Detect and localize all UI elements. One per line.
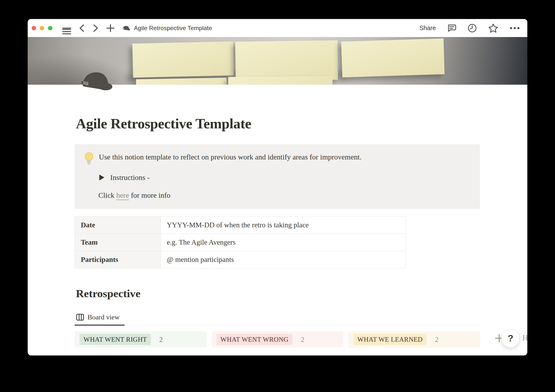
group-badge[interactable]: WHAT WENT RIGHT (80, 334, 151, 345)
share-button[interactable]: Share (419, 24, 436, 32)
table-row: Participants @ mention participants (75, 251, 406, 268)
group-count: 2 (435, 335, 439, 344)
here-link[interactable]: here (116, 191, 129, 199)
page-icon-cap[interactable] (80, 70, 114, 92)
board-view-icon (76, 314, 84, 321)
property-label: Date (75, 216, 161, 234)
nav-forward-button[interactable] (92, 24, 99, 32)
lightbulb-icon (84, 152, 94, 165)
sticky-note (132, 41, 234, 78)
breadcrumb-title: Agile Retrospective Template (134, 25, 212, 32)
table-row: Date YYYY-MM-DD of when the retro is tak… (75, 216, 406, 234)
nav-back-button[interactable] (79, 24, 85, 32)
section-heading: Retrospective (76, 287, 480, 300)
group-badge[interactable]: WHAT WE LEARNED (353, 334, 427, 345)
board-view: WHAT WENT RIGHT 2 WHAT WENT WRONG 2 WHAT… (75, 331, 480, 348)
link-prefix-text: Click (98, 191, 116, 199)
close-window-button[interactable] (32, 26, 36, 30)
property-value[interactable]: YYYY-MM-DD of when the retro is taking p… (161, 216, 406, 234)
more-options-button[interactable] (510, 27, 520, 30)
sticky-note (235, 40, 338, 81)
chevron-right-icon (92, 24, 99, 32)
sticky-note (341, 39, 445, 78)
callout-link-line: Click here for more info (98, 191, 470, 199)
cover-shadow (127, 70, 344, 83)
sidebar-toggle-button[interactable] (62, 26, 71, 30)
help-button[interactable]: ? (501, 329, 520, 348)
page-body: Agile Retrospective Template Use this no… (28, 85, 527, 348)
instructions-toggle[interactable]: Instructions - (99, 173, 470, 182)
notion-window: Agile Retrospective Template Share (28, 19, 527, 355)
star-icon (488, 23, 498, 33)
plus-icon (106, 24, 115, 32)
board-column: WHAT WE LEARNED 2 (348, 331, 480, 348)
property-value[interactable]: @ mention participants (161, 251, 406, 268)
tab-board-view-label: Board view (87, 313, 120, 321)
window-titlebar: Agile Retrospective Template Share (28, 19, 527, 37)
property-value[interactable]: e.g. The Agile Avengers (161, 234, 406, 251)
board-column: WHAT WENT WRONG 2 (212, 331, 343, 348)
callout-text: Use this notion template to reflect on p… (99, 152, 362, 162)
group-badge[interactable]: WHAT WENT WRONG (216, 334, 293, 345)
page-title[interactable]: Agile Retrospective Template (76, 115, 480, 132)
comment-icon (447, 24, 456, 33)
clock-icon (468, 23, 477, 33)
view-tabs: Board view (75, 312, 480, 325)
tab-board-view[interactable]: Board view (75, 312, 125, 326)
desktop-background: Agile Retrospective Template Share (0, 0, 555, 392)
toggle-triangle-icon (99, 175, 104, 180)
favorite-button[interactable] (488, 23, 498, 33)
sticky-note (136, 78, 227, 85)
minimize-window-button[interactable] (40, 26, 44, 30)
hidden-columns-clipped-label[interactable]: H (522, 333, 527, 342)
zoom-window-button[interactable] (48, 26, 52, 30)
titlebar-actions: Share (419, 23, 520, 33)
group-count: 2 (159, 335, 163, 344)
ellipsis-icon (510, 27, 520, 30)
sticky-note (228, 76, 333, 85)
table-row: Team e.g. The Agile Avengers (75, 234, 406, 251)
callout-block: Use this notion template to reflect on p… (75, 144, 480, 209)
link-suffix-text: for more info (129, 191, 170, 199)
group-count: 2 (301, 335, 305, 344)
cap-icon (122, 25, 130, 31)
new-page-button[interactable] (106, 24, 115, 32)
properties-table: Date YYYY-MM-DD of when the retro is tak… (75, 216, 406, 268)
callout-main-line: Use this notion template to reflect on p… (84, 152, 470, 165)
breadcrumb[interactable]: Agile Retrospective Template (122, 25, 212, 32)
board-column: WHAT WENT RIGHT 2 (75, 331, 207, 348)
comments-button[interactable] (447, 24, 456, 33)
chevron-left-icon (79, 24, 85, 32)
property-label: Participants (75, 251, 161, 268)
updates-button[interactable] (468, 23, 477, 33)
property-label: Team (75, 234, 161, 251)
window-controls (32, 26, 52, 30)
hamburger-icon (62, 28, 71, 29)
toggle-label: Instructions - (110, 173, 149, 182)
